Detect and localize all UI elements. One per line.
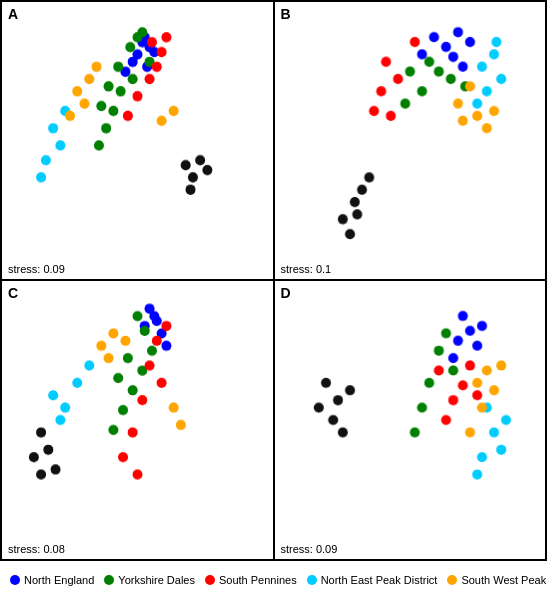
legend-north-england: North England	[10, 574, 94, 586]
yorkshire-dales-dot	[104, 575, 114, 585]
yorkshire-dales-label: Yorkshire Dales	[118, 574, 195, 586]
legend-ne-peak: North East Peak District	[307, 574, 438, 586]
plot-d-stress: stress: 0.09	[281, 543, 338, 555]
plot-a-label: A	[8, 6, 18, 22]
legend-row-1: North England Yorkshire Dales South Penn…	[10, 574, 537, 586]
legend-area: North England Yorkshire Dales South Penn…	[0, 561, 547, 600]
plot-a-stress: stress: 0.09	[8, 263, 65, 275]
ne-peak-dot	[307, 575, 317, 585]
plot-c: C stress: 0.08	[1, 280, 274, 559]
ne-peak-label: North East Peak District	[321, 574, 438, 586]
plot-c-label: C	[8, 285, 18, 301]
plots-grid: A stress: 0.09 B stress: 0.1 C stress: 0…	[0, 0, 547, 561]
plot-b-label: B	[281, 6, 291, 22]
north-england-dot	[10, 575, 20, 585]
plot-d: D stress: 0.09	[274, 280, 547, 559]
main-container: A stress: 0.09 B stress: 0.1 C stress: 0…	[0, 0, 547, 600]
sw-peak-label: South West Peak District	[461, 574, 547, 586]
legend-south-pennines: South Pennines	[205, 574, 297, 586]
legend-sw-peak: South West Peak District	[447, 574, 547, 586]
south-pennines-dot	[205, 575, 215, 585]
sw-peak-dot	[447, 575, 457, 585]
plot-c-stress: stress: 0.08	[8, 543, 65, 555]
plot-d-label: D	[281, 285, 291, 301]
plot-a: A stress: 0.09	[1, 1, 274, 280]
plot-b: B stress: 0.1	[274, 1, 547, 280]
legend-yorkshire-dales: Yorkshire Dales	[104, 574, 195, 586]
plot-b-stress: stress: 0.1	[281, 263, 332, 275]
south-pennines-label: South Pennines	[219, 574, 297, 586]
north-england-label: North England	[24, 574, 94, 586]
